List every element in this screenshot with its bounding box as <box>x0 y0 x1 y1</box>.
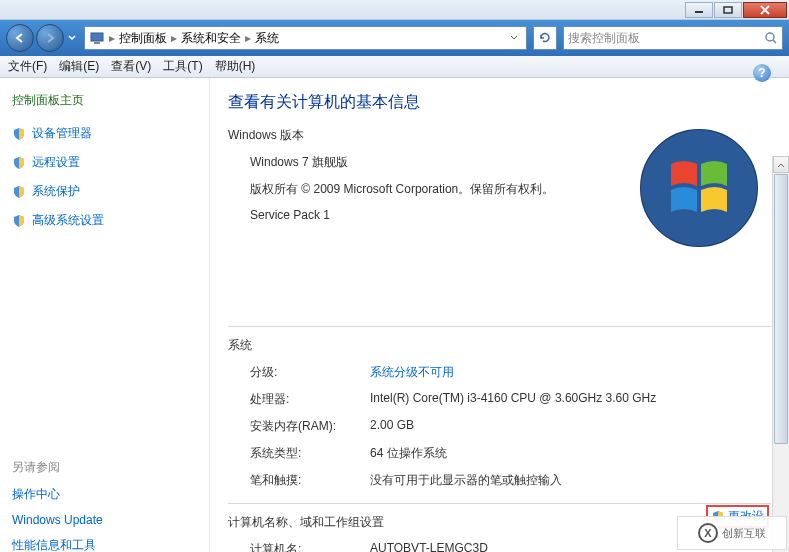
refresh-button[interactable] <box>533 26 557 50</box>
breadcrumb-item[interactable]: 控制面板 <box>119 30 167 47</box>
processor-label: 处理器: <box>250 391 370 408</box>
svg-point-4 <box>766 33 774 41</box>
close-icon <box>759 5 771 15</box>
control-panel-home-link[interactable]: 控制面板主页 <box>12 92 197 109</box>
svg-point-6 <box>641 130 757 246</box>
svg-rect-2 <box>91 33 103 41</box>
body: 控制面板主页 设备管理器 远程设置 系统保护 高级系统设置 另请参阅 操作中心 … <box>0 78 789 552</box>
vertical-scrollbar[interactable] <box>772 156 789 552</box>
shield-icon <box>12 156 26 170</box>
svg-rect-1 <box>724 7 732 13</box>
sidebar-item-advanced-settings[interactable]: 高级系统设置 <box>12 212 197 229</box>
divider <box>228 326 771 327</box>
content-pane: 查看有关计算机的基本信息 Windows 版本 Windows 7 旗舰版 版权… <box>210 78 789 552</box>
menu-bar: 文件(F) 编辑(E) 查看(V) 工具(T) 帮助(H) <box>0 56 789 78</box>
system-row-systype: 系统类型: 64 位操作系统 <box>228 445 771 462</box>
rating-value[interactable]: 系统分级不可用 <box>370 364 454 381</box>
breadcrumb-item[interactable]: 系统和安全 <box>181 30 241 47</box>
chevron-down-icon <box>68 35 76 41</box>
sidebar-item-system-protection[interactable]: 系统保护 <box>12 183 197 200</box>
sidebar-item-label: 远程设置 <box>32 154 80 171</box>
watermark: X 创新互联 <box>677 516 787 550</box>
shield-icon <box>12 185 26 199</box>
minimize-icon <box>694 6 704 14</box>
page-title: 查看有关计算机的基本信息 <box>228 92 771 113</box>
breadcrumb-separator: ▸ <box>109 31 115 45</box>
breadcrumb-item[interactable]: 系统 <box>255 30 279 47</box>
system-row-processor: 处理器: Intel(R) Core(TM) i3-4160 CPU @ 3.6… <box>228 391 771 408</box>
watermark-text: 创新互联 <box>722 526 766 541</box>
arrow-right-icon <box>43 31 57 45</box>
chevron-up-icon <box>777 162 785 168</box>
forward-button[interactable] <box>36 24 64 52</box>
watermark-logo-icon: X <box>698 523 718 543</box>
search-icon <box>764 31 778 45</box>
sidebar: 控制面板主页 设备管理器 远程设置 系统保护 高级系统设置 另请参阅 操作中心 … <box>0 78 210 552</box>
menu-file[interactable]: 文件(F) <box>8 58 47 75</box>
see-also-windows-update[interactable]: Windows Update <box>12 513 197 527</box>
nav-arrows <box>6 24 78 52</box>
systype-label: 系统类型: <box>250 445 370 462</box>
address-dropdown[interactable] <box>506 35 522 41</box>
svg-rect-0 <box>695 11 703 13</box>
search-input[interactable]: 搜索控制面板 <box>563 26 783 50</box>
pen-label: 笔和触摸: <box>250 472 370 489</box>
breadcrumb-separator: ▸ <box>171 31 177 45</box>
refresh-icon <box>538 31 552 45</box>
see-also-action-center[interactable]: 操作中心 <box>12 486 197 503</box>
windows-logo-icon <box>639 128 759 248</box>
close-button[interactable] <box>743 2 787 18</box>
pen-value: 没有可用于此显示器的笔或触控输入 <box>370 472 562 489</box>
system-section: 系统 <box>228 337 771 354</box>
processor-value: Intel(R) Core(TM) i3-4160 CPU @ 3.60GHz … <box>370 391 656 408</box>
address-bar[interactable]: ▸ 控制面板 ▸ 系统和安全 ▸ 系统 <box>84 26 527 50</box>
scroll-up-button[interactable] <box>773 156 789 173</box>
chevron-down-icon <box>510 35 518 41</box>
sidebar-item-remote-settings[interactable]: 远程设置 <box>12 154 197 171</box>
arrow-left-icon <box>13 31 27 45</box>
sidebar-item-device-manager[interactable]: 设备管理器 <box>12 125 197 142</box>
scrollbar-thumb[interactable] <box>774 174 788 444</box>
back-button[interactable] <box>6 24 34 52</box>
maximize-button[interactable] <box>714 2 742 18</box>
svg-rect-3 <box>94 42 100 44</box>
navigation-bar: ▸ 控制面板 ▸ 系统和安全 ▸ 系统 搜索控制面板 <box>0 20 789 56</box>
see-also-performance[interactable]: 性能信息和工具 <box>12 537 197 552</box>
sidebar-item-label: 系统保护 <box>32 183 80 200</box>
rating-label: 分级: <box>250 364 370 381</box>
window-titlebar <box>0 0 789 20</box>
computer-name-value: AUTOBVT-LEMGC3D <box>370 541 488 552</box>
menu-tools[interactable]: 工具(T) <box>163 58 202 75</box>
menu-help[interactable]: 帮助(H) <box>215 58 256 75</box>
breadcrumb-separator: ▸ <box>245 31 251 45</box>
minimize-button[interactable] <box>685 2 713 18</box>
sidebar-item-label: 高级系统设置 <box>32 212 104 229</box>
system-row-pen: 笔和触摸: 没有可用于此显示器的笔或触控输入 <box>228 472 771 489</box>
sidebar-item-label: 设备管理器 <box>32 125 92 142</box>
computer-name-label: 计算机名: <box>250 541 370 552</box>
system-row-rating: 分级: 系统分级不可用 <box>228 364 771 381</box>
menu-view[interactable]: 查看(V) <box>111 58 151 75</box>
maximize-icon <box>723 6 733 14</box>
ram-label: 安装内存(RAM): <box>250 418 370 435</box>
search-placeholder: 搜索控制面板 <box>568 30 640 47</box>
systype-value: 64 位操作系统 <box>370 445 447 462</box>
shield-icon <box>12 214 26 228</box>
see-also-label: 另请参阅 <box>12 459 197 476</box>
monitor-icon <box>89 30 105 46</box>
nav-history-dropdown[interactable] <box>66 26 78 50</box>
ram-value: 2.00 GB <box>370 418 414 435</box>
system-row-ram: 安装内存(RAM): 2.00 GB <box>228 418 771 435</box>
shield-icon <box>12 127 26 141</box>
menu-edit[interactable]: 编辑(E) <box>59 58 99 75</box>
divider <box>228 503 771 504</box>
